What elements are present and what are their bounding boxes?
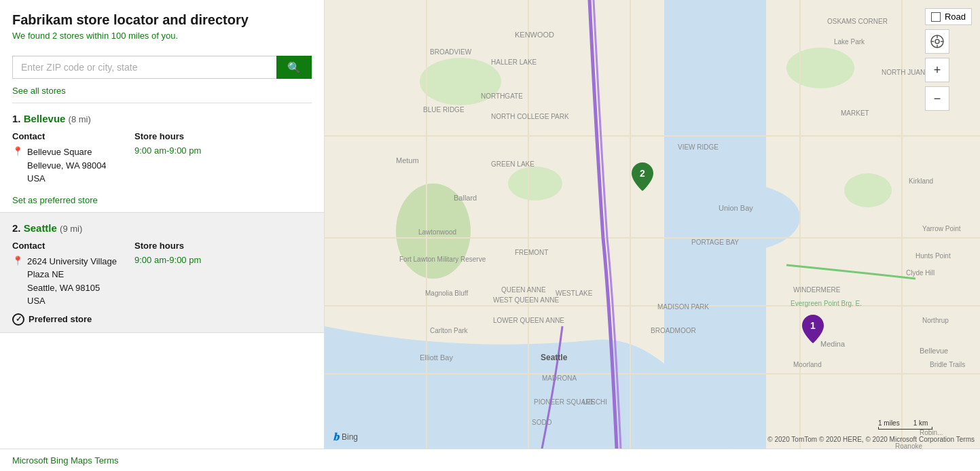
panel-header: Fabrikam store locator and directory We … [0,0,324,48]
store-2-heading: 2. Seattle (9 mi) [12,222,312,234]
scale-km-label: 1 km [913,419,928,427]
svg-text:Carlton Park: Carlton Park [430,327,469,334]
map-pin-1[interactable]: 1 [802,315,824,345]
map-zoom-out-button[interactable]: − [925,86,949,111]
svg-text:FREMONT: FREMONT [515,249,548,256]
scale-line [878,427,932,430]
svg-text:BLUE RIDGE: BLUE RIDGE [423,106,465,114]
svg-text:WESTLAKE: WESTLAKE [556,290,593,297]
search-button[interactable]: 🔍 [276,56,312,79]
svg-text:OSKAMS CORNER: OSKAMS CORNER [827,18,888,25]
svg-text:Roanoke: Roanoke [895,442,922,449]
store-2-addr-line-3: Seattle, WA 98105 [27,283,100,293]
svg-text:Northrup: Northrup [922,317,949,324]
svg-text:LOWER QUEEN ANNE: LOWER QUEEN ANNE [493,317,564,324]
svg-text:MADISON PARK: MADISON PARK [657,303,709,311]
map-svg: KENWOOD OSKAMS CORNER Lake Park NORTH JU… [325,0,980,449]
store-2-addr-line-4: USA [27,296,46,306]
map-pin-2[interactable]: 2 [632,162,653,193]
store-1-hours-label: Store hours [134,131,230,141]
store-1-details: Contact 📍 Bellevue Square Bellevue, WA 9… [12,131,312,186]
store-1-contact: Contact 📍 Bellevue Square Bellevue, WA 9… [12,131,121,186]
set-preferred-store-1-link[interactable]: Set as preferred store [12,195,98,205]
store-1-hours-text: 9:00 am-9:00 pm [134,145,230,156]
svg-text:QUEEN ANNE: QUEEN ANNE [501,286,546,294]
svg-text:LESCHI: LESCHI [583,398,607,406]
svg-text:1: 1 [810,320,816,331]
svg-text:Yarrow Point: Yarrow Point [922,225,961,232]
see-all-stores-link[interactable]: See all stores [0,83,324,103]
road-toggle[interactable]: Road [925,8,972,25]
svg-text:Ballard: Ballard [454,194,477,202]
svg-text:Lake Park: Lake Park [834,38,865,46]
store-2-contact: Contact 📍 2624 University Village Plaza … [12,241,121,308]
svg-point-67 [935,39,939,43]
svg-text:Bellevue: Bellevue [920,347,948,355]
svg-text:BROADMOOR: BROADMOOR [651,327,696,334]
svg-text:Seattle: Seattle [541,353,568,362]
svg-text:GREEN LAKE: GREEN LAKE [491,160,534,168]
store-2-hours-col: Store hours 9:00 am-9:00 pm [134,241,230,308]
preferred-store-badge: ✓ Preferred store [12,313,312,326]
bing-maps-terms-link[interactable]: Microsoft Bing Maps Terms [12,455,119,466]
svg-text:Medina: Medina [820,340,846,348]
map-copyright: © 2020 TomTom © 2020 HERE, © 2020 Micros… [767,436,975,443]
preferred-label: Preferred store [29,314,92,324]
svg-text:VIEW RIDGE: VIEW RIDGE [678,143,719,151]
svg-text:Fort Lawton Military Reserve: Fort Lawton Military Reserve [399,256,486,263]
search-input[interactable] [12,56,276,79]
check-mark: ✓ [16,315,22,324]
bing-label: Bing [342,432,358,442]
map-area[interactable]: KENWOOD OSKAMS CORNER Lake Park NORTH JU… [325,0,980,449]
svg-text:KENWOOD: KENWOOD [515,31,554,39]
road-toggle-checkbox[interactable] [931,12,941,22]
store-card-seattle: 2. Seattle (9 mi) Contact 📍 2624 Univers… [0,213,324,333]
map-controls: Road + − [925,8,972,111]
svg-text:Magnolia Bluff: Magnolia Bluff [425,290,468,297]
map-target-button[interactable] [925,29,949,54]
svg-text:Evergreen Point Brg. E.: Evergreen Point Brg. E. [791,300,862,307]
svg-point-5 [508,167,562,200]
store-1-number: 1. [12,113,21,124]
svg-text:Union Bay: Union Bay [719,204,753,212]
store-2-hours-label: Store hours [134,241,230,251]
preferred-check-icon: ✓ [12,313,24,326]
store-1-address: 📍 Bellevue Square Bellevue, WA 98004 USA [12,145,121,186]
svg-text:Bridle Trails: Bridle Trails [930,361,965,368]
store-1-hours-col: Store hours 9:00 am-9:00 pm [134,131,230,186]
map-scale: 1 miles 1 km [878,419,932,430]
pin-icon-2: 📍 [12,256,23,266]
svg-text:Lawtonwood: Lawtonwood [418,228,456,236]
store-1-addr-line-2: Bellevue, WA 98004 [27,160,107,171]
store-2-details: Contact 📍 2624 University Village Plaza … [12,241,312,308]
store-2-address: 📍 2624 University Village Plaza NE Seatt… [12,255,121,308]
svg-text:Kirkland: Kirkland [909,177,933,185]
page-title: Fabrikam store locator and directory [12,12,312,28]
target-icon [930,34,945,49]
store-1-name-link[interactable]: Bellevue [24,113,66,124]
search-area: 🔍 [0,48,324,83]
scale-miles-label: 1 miles [878,419,900,427]
svg-text:MARKET: MARKET [841,109,869,117]
svg-text:Hunts Point: Hunts Point [915,252,951,260]
store-2-name-link[interactable]: Seattle [24,222,57,234]
bing-b-icon: 𝐛 [333,431,339,443]
store-1-addr-line-3: USA [27,173,46,184]
svg-text:HALLER LAKE: HALLER LAKE [491,58,537,66]
left-panel: Fabrikam store locator and directory We … [0,0,325,449]
svg-text:Elliott Bay: Elliott Bay [420,353,453,362]
minus-icon: − [934,92,941,106]
map-zoom-in-button[interactable]: + [925,58,949,82]
store-1-addr-line-1: Bellevue Square [27,147,92,157]
store-1-address-text: Bellevue Square Bellevue, WA 98004 USA [27,145,107,186]
svg-point-6 [786,48,854,88]
panel-subtitle: We found 2 stores within 100 miles of yo… [12,31,312,41]
bing-watermark: 𝐛 Bing [333,431,358,443]
store-2-addr-line-2: Plaza NE [27,269,64,279]
store-card-bellevue: 1. Bellevue (8 mi) Contact 📍 Bellevue Sq… [0,103,324,213]
svg-text:NORTH COLLEGE PARK: NORTH COLLEGE PARK [491,113,569,120]
store-2-contact-label: Contact [12,241,121,251]
pin-icon-1: 📍 [12,146,23,156]
svg-text:MADRONA: MADRONA [542,374,577,382]
svg-text:WEST QUEEN ANNE: WEST QUEEN ANNE [493,296,559,304]
